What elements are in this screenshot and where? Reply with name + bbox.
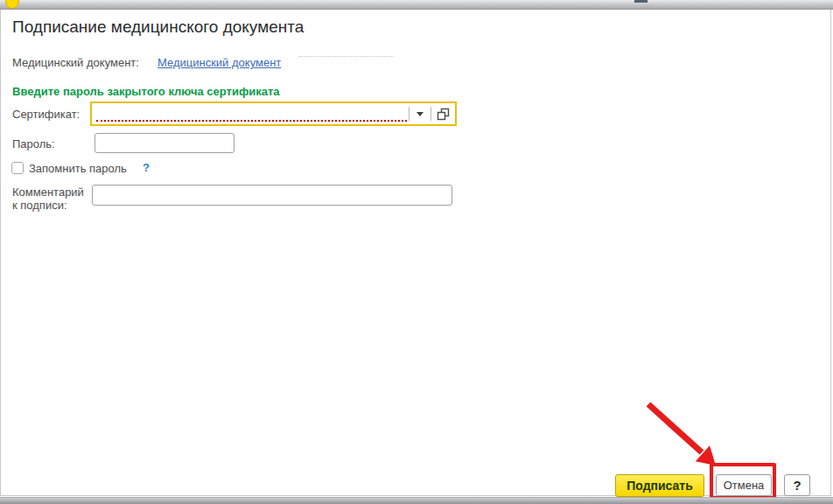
sign-document-dialog: Подписание медицинского документа Медици… [0, 10, 831, 496]
remember-password-checkbox[interactable] [11, 162, 24, 174]
password-label: Пароль: [12, 137, 55, 150]
certificate-combobox[interactable] [90, 102, 457, 126]
remember-password-label: Запомнить пароль [29, 162, 127, 175]
certificate-value-area[interactable] [92, 103, 409, 124]
chevron-down-icon [416, 112, 424, 116]
medical-document-link[interactable]: Медицинский документ [158, 56, 281, 69]
certificate-dropdown-button[interactable] [410, 103, 430, 124]
comment-label-line1: Комментарий [12, 186, 84, 199]
help-icon[interactable]: ? [143, 161, 150, 174]
annotation-arrow [639, 395, 726, 475]
required-field-underline [96, 120, 407, 122]
comment-input[interactable] [92, 185, 452, 206]
medical-document-label: Медицинский документ: [12, 56, 139, 69]
document-field-dotted-line [299, 56, 394, 57]
certificate-open-button[interactable] [431, 103, 455, 124]
cancel-button[interactable]: Отмена [716, 474, 772, 496]
window-bottom-chrome [0, 497, 833, 504]
enter-password-prompt: Введите пароль закрытого ключа сертифика… [12, 85, 280, 98]
sign-button[interactable]: Подписать [615, 474, 704, 497]
comment-label-line2: к подписи: [12, 199, 67, 212]
window-top-chrome [0, 0, 833, 10]
certificate-label: Сертификат: [12, 108, 80, 121]
password-input[interactable] [94, 133, 234, 153]
help-button[interactable]: ? [784, 474, 810, 496]
window-tab-fragment [634, 0, 648, 3]
page-title: Подписание медицинского документа [12, 18, 304, 37]
app-logo-icon [5, 0, 19, 9]
overlapping-squares-icon [437, 108, 450, 121]
